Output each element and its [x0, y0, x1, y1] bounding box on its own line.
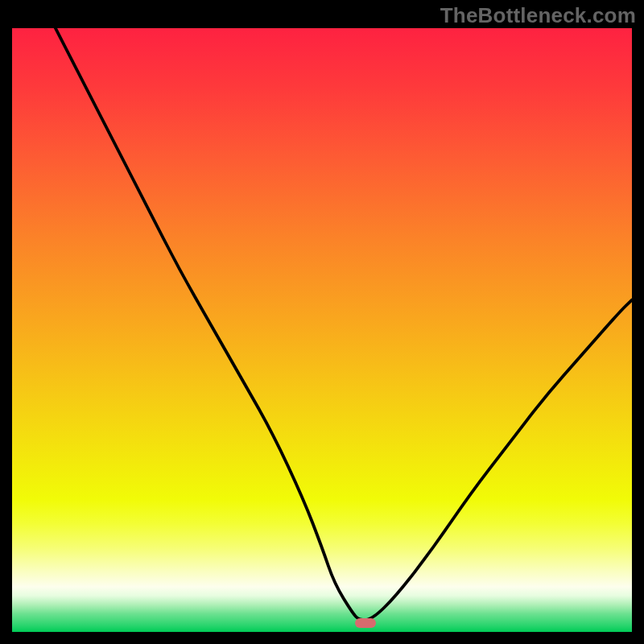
bottleneck-curve [12, 28, 632, 632]
chart-frame: TheBottleneck.com [0, 0, 644, 644]
attribution-text: TheBottleneck.com [440, 3, 636, 28]
curve-path [56, 28, 632, 620]
plot-area [12, 28, 632, 632]
min-marker [355, 618, 376, 628]
